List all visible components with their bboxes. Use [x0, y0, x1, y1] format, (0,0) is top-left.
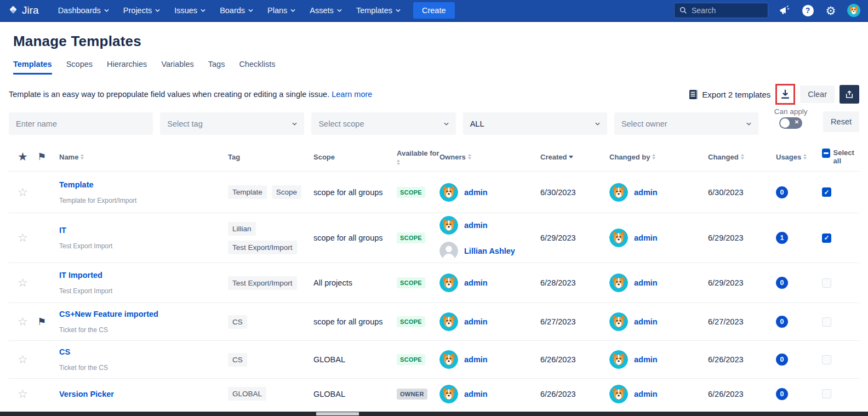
- template-link[interactable]: Version Picker: [59, 390, 228, 398]
- owner-link[interactable]: admin: [464, 390, 488, 398]
- col-created[interactable]: Created: [540, 153, 609, 161]
- tab-tags[interactable]: Tags: [208, 60, 225, 75]
- share-export-button[interactable]: [840, 85, 859, 104]
- col-tag[interactable]: Tag: [228, 153, 313, 161]
- row-checkbox[interactable]: [822, 317, 831, 327]
- col-changed[interactable]: Changed: [708, 153, 776, 161]
- export-templates-button[interactable]: Export 2 templates: [689, 89, 770, 100]
- col-name[interactable]: Name: [59, 153, 228, 161]
- tab-templates[interactable]: Templates: [13, 60, 52, 75]
- tab-variables[interactable]: Variables: [161, 60, 193, 75]
- star-icon[interactable]: ☆: [18, 353, 37, 366]
- owner-link[interactable]: admin: [464, 221, 488, 230]
- row-checkbox[interactable]: [822, 187, 831, 197]
- name-filter-input[interactable]: [16, 119, 146, 128]
- changed-by-link[interactable]: admin: [634, 390, 658, 398]
- scope-filter-select[interactable]: Select scope: [311, 112, 455, 135]
- changed-by-link[interactable]: admin: [634, 317, 658, 326]
- usages-badge[interactable]: 0: [776, 277, 788, 289]
- owners-cell: admin: [439, 183, 540, 202]
- nav-item-dashboards[interactable]: Dashboards: [51, 0, 116, 21]
- can-apply-toggle[interactable]: ✕: [779, 117, 802, 129]
- col-scope-label: Scope: [313, 153, 335, 161]
- availability-filter-select[interactable]: ALL: [463, 112, 607, 135]
- template-link[interactable]: IT Imported: [59, 271, 228, 280]
- intro-text-body: Template is an easy way to prepopulate f…: [9, 90, 329, 99]
- help-button[interactable]: ?: [801, 4, 814, 17]
- row-checkbox[interactable]: [822, 278, 831, 288]
- tag-chips: Test Export/Import: [228, 276, 313, 290]
- template-link[interactable]: CS: [59, 347, 228, 356]
- star-icon[interactable]: ☆: [18, 387, 37, 401]
- owner-link[interactable]: Lillian Ashley: [464, 247, 515, 255]
- row-checkbox[interactable]: [822, 389, 831, 398]
- settings-button[interactable]: ⚙: [824, 4, 837, 17]
- nav-item-templates[interactable]: Templates: [349, 0, 408, 21]
- owner-filter-select[interactable]: Select owner: [614, 112, 758, 135]
- tab-checklists[interactable]: Checklists: [239, 60, 275, 75]
- created-date: 6/26/2023: [540, 390, 609, 398]
- row-checkbox[interactable]: [822, 233, 831, 243]
- name-filter[interactable]: [9, 112, 153, 135]
- star-icon[interactable]: ☆: [18, 315, 37, 328]
- row-checkbox[interactable]: [822, 355, 831, 364]
- template-link[interactable]: IT: [59, 226, 228, 235]
- usages-badge[interactable]: 0: [776, 354, 788, 366]
- changed-date: 6/26/2023: [708, 390, 776, 398]
- nav-item-projects[interactable]: Projects: [116, 0, 167, 21]
- star-icon[interactable]: ☆: [18, 231, 37, 244]
- filter-bar: Select tag Select scope ALL Select owner…: [9, 112, 859, 135]
- can-apply-control: Can apply ✕: [766, 107, 816, 129]
- star-icon[interactable]: ☆: [18, 276, 37, 289]
- changed-by-link[interactable]: admin: [634, 188, 658, 197]
- owner-link[interactable]: admin: [464, 278, 488, 287]
- avatar-dog: [609, 385, 628, 403]
- create-button[interactable]: Create: [413, 2, 455, 19]
- tag-chip: GLOBAL: [228, 387, 266, 401]
- changed-by-link[interactable]: admin: [634, 233, 658, 242]
- nav-item-plans[interactable]: Plans: [260, 0, 302, 21]
- col-owners[interactable]: Owners: [439, 153, 540, 161]
- flag-icon[interactable]: ⚑: [37, 316, 59, 328]
- usages-badge[interactable]: 0: [776, 388, 788, 400]
- nav-item-issues[interactable]: Issues: [167, 0, 213, 21]
- download-icon[interactable]: [779, 88, 791, 100]
- nav-item-assets[interactable]: Assets: [302, 0, 349, 21]
- tag-chips: GLOBAL: [228, 387, 313, 401]
- tag-filter-select[interactable]: Select tag: [160, 112, 304, 135]
- profile-button[interactable]: [847, 4, 860, 17]
- horizontal-scrollbar-thumb[interactable]: [316, 412, 359, 415]
- changed-by-link[interactable]: admin: [634, 278, 658, 287]
- announcements-button[interactable]: [778, 4, 791, 17]
- usages-badge[interactable]: 0: [776, 316, 788, 328]
- toggle-knob: [780, 118, 790, 128]
- changed-by-link[interactable]: admin: [634, 355, 658, 364]
- col-scope[interactable]: Scope: [313, 153, 397, 161]
- learn-more-link[interactable]: Learn more: [332, 90, 372, 99]
- col-changed-by[interactable]: Changed by: [609, 153, 708, 161]
- clear-button[interactable]: Clear: [800, 86, 835, 103]
- select-all-checkbox[interactable]: [822, 149, 830, 158]
- search-input[interactable]: [692, 6, 757, 15]
- usages-badge[interactable]: 0: [776, 186, 788, 198]
- reset-button[interactable]: Reset: [823, 111, 859, 132]
- col-usages[interactable]: Usages: [776, 153, 820, 161]
- owner-link[interactable]: admin: [464, 355, 488, 364]
- template-link[interactable]: CS+New Feature imported: [59, 310, 228, 318]
- owner-link[interactable]: admin: [464, 188, 488, 197]
- flag-column-icon[interactable]: ⚑: [37, 151, 59, 163]
- usages-badge[interactable]: 1: [776, 232, 788, 244]
- owner-link[interactable]: admin: [464, 317, 488, 326]
- template-link[interactable]: Template: [59, 180, 228, 189]
- intro-row: Template is an easy way to prepopulate f…: [9, 83, 859, 105]
- star-icon[interactable]: ☆: [18, 186, 37, 199]
- nav-item-boards[interactable]: Boards: [213, 0, 260, 21]
- col-available-for[interactable]: Available for: [397, 149, 439, 165]
- tab-scopes[interactable]: Scopes: [66, 60, 93, 75]
- global-search[interactable]: [674, 3, 768, 18]
- jira-logo[interactable]: Jira: [8, 4, 39, 16]
- nav-item-label: Assets: [310, 6, 334, 15]
- favorite-column-icon[interactable]: ★: [18, 150, 37, 163]
- tab-hierarchies[interactable]: Hierarchies: [107, 60, 147, 75]
- avatar-person: [439, 242, 458, 260]
